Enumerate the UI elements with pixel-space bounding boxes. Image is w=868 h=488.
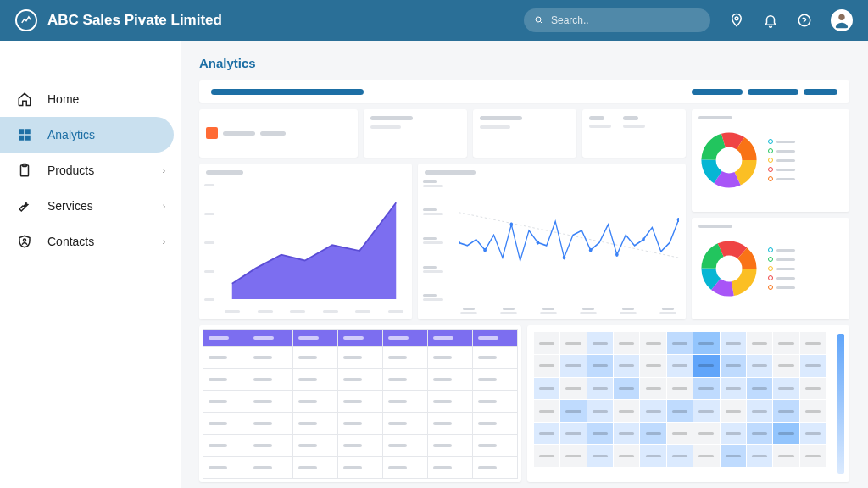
svg-rect-6 — [19, 136, 24, 141]
bell-icon[interactable] — [763, 13, 778, 28]
donut-icon — [698, 238, 760, 299]
chart-legend — [768, 247, 795, 290]
svg-point-24 — [615, 252, 619, 257]
nav-label: Analytics — [47, 128, 95, 141]
logo-icon — [15, 9, 37, 31]
svg-point-22 — [563, 255, 566, 259]
search-icon — [534, 15, 544, 25]
grid-icon — [17, 127, 32, 142]
svg-point-0 — [536, 17, 541, 22]
main-content: Analytics — [181, 41, 868, 488]
search-input[interactable] — [524, 8, 710, 32]
avatar[interactable] — [831, 9, 853, 31]
nav-label: Products — [47, 164, 94, 177]
user-shield-icon — [17, 234, 32, 249]
sidebar-item-products[interactable]: Products › — [0, 152, 181, 188]
heatmap-scale — [837, 334, 844, 474]
stat-card — [473, 109, 576, 158]
heatmap-chart — [527, 325, 849, 482]
location-icon[interactable] — [729, 13, 744, 28]
filter-pill[interactable] — [748, 89, 798, 95]
donut-chart-2 — [692, 218, 850, 320]
filter-pill[interactable] — [692, 89, 743, 95]
svg-rect-7 — [25, 136, 31, 141]
svg-point-1 — [735, 17, 738, 20]
svg-rect-4 — [19, 129, 24, 134]
sidebar-item-analytics[interactable]: Analytics — [0, 117, 174, 152]
data-table — [199, 325, 521, 482]
home-icon — [17, 92, 32, 107]
app-header: ABC Sales Pivate Limited — [0, 0, 868, 41]
donut-chart-1 — [692, 109, 850, 212]
filter-pill[interactable] — [804, 89, 837, 95]
svg-point-20 — [509, 222, 513, 226]
sidebar-item-home[interactable]: Home — [0, 81, 181, 117]
svg-point-26 — [677, 218, 679, 222]
chart-legend — [768, 139, 795, 181]
chevron-right-icon: › — [163, 166, 165, 175]
svg-point-19 — [483, 248, 487, 252]
sidebar-item-services[interactable]: Services › — [0, 188, 181, 224]
stat-card — [364, 109, 467, 158]
page-title: Analytics — [199, 56, 849, 70]
filter-bar — [199, 80, 849, 103]
help-icon[interactable] — [797, 13, 812, 28]
nav-label: Services — [47, 199, 93, 213]
stat-card — [199, 109, 358, 158]
svg-point-21 — [537, 241, 540, 245]
nav-label: Home — [47, 92, 79, 106]
filter-pill[interactable] — [211, 89, 364, 95]
nav-label: Contacts — [47, 235, 94, 248]
svg-point-18 — [459, 241, 460, 245]
clipboard-icon — [17, 163, 32, 178]
svg-point-25 — [642, 237, 645, 241]
sidebar: Home Analytics Products › Services › Con… — [0, 41, 181, 488]
chevron-right-icon: › — [163, 202, 165, 211]
chevron-right-icon: › — [163, 237, 165, 247]
company-title: ABC Sales Pivate Limited — [47, 12, 222, 29]
svg-point-10 — [24, 239, 26, 241]
sidebar-item-contacts[interactable]: Contacts › — [0, 224, 181, 259]
donut-icon — [698, 130, 760, 191]
svg-point-3 — [838, 14, 844, 20]
stat-card — [582, 109, 686, 158]
svg-point-23 — [589, 248, 593, 252]
svg-rect-5 — [25, 129, 31, 134]
area-chart — [199, 164, 412, 320]
product-icon — [206, 127, 218, 139]
line-chart — [418, 164, 686, 320]
wrench-icon — [17, 198, 32, 214]
svg-line-17 — [459, 212, 679, 257]
line-path — [459, 182, 679, 303]
area-path — [223, 187, 405, 303]
